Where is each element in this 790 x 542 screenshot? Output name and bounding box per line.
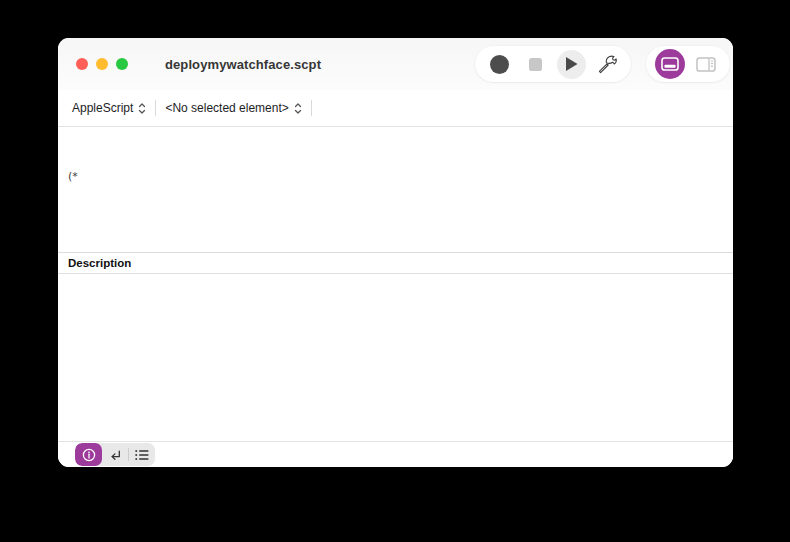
log-tab-button[interactable] (129, 443, 155, 466)
element-popup[interactable]: <No selected element> (161, 101, 305, 115)
list-bullets-icon (135, 449, 149, 461)
language-popup-label: AppleScript (72, 101, 133, 115)
navigation-bar: AppleScript <No selected element> (58, 90, 733, 127)
script-editor-text-area[interactable]: (* Watch Face Designer Deployer This fil… (58, 127, 733, 252)
description-pane-content[interactable] (58, 274, 733, 441)
script-line: (* (68, 169, 723, 184)
result-tab-button[interactable] (102, 443, 128, 466)
panel-right-icon (696, 57, 716, 72)
window-title: deploymywatchface.scpt (165, 57, 321, 72)
stop-button[interactable] (517, 46, 553, 82)
accessory-view-segmented-control (75, 443, 155, 466)
accessory-pane-title: Description (68, 257, 131, 269)
description-tab-button[interactable] (75, 443, 102, 466)
panel-toggles-group (646, 46, 730, 82)
script-editor-window: deploymywatchface.scpt (58, 38, 733, 467)
minimize-button[interactable] (96, 58, 108, 70)
navbar-separator (155, 100, 156, 116)
compile-button[interactable] (589, 46, 625, 82)
chevron-up-down-icon (294, 102, 302, 115)
bottom-bar (58, 441, 733, 467)
run-controls-group (475, 46, 631, 82)
hammer-icon (596, 53, 618, 75)
title-bar: deploymywatchface.scpt (58, 38, 733, 90)
panel-bottom-icon (655, 49, 685, 79)
accessory-pane-header: Description (58, 252, 733, 274)
zoom-button[interactable] (116, 58, 128, 70)
close-button[interactable] (76, 58, 88, 70)
script-line (68, 214, 723, 229)
record-button[interactable] (481, 46, 517, 82)
chevron-up-down-icon (138, 102, 146, 115)
element-popup-label: <No selected element> (165, 101, 288, 115)
accessory-view-toggle-button[interactable] (652, 46, 688, 82)
return-arrow-icon (108, 448, 122, 462)
stop-square-icon (529, 58, 542, 71)
run-button[interactable] (553, 46, 589, 82)
bundle-contents-toggle-button[interactable] (688, 46, 724, 82)
language-popup[interactable]: AppleScript (68, 101, 150, 115)
traffic-lights (76, 58, 128, 70)
play-triangle-icon (557, 50, 586, 79)
record-circle-icon (490, 55, 509, 74)
info-circle-icon (82, 448, 96, 462)
navbar-separator (311, 100, 312, 116)
